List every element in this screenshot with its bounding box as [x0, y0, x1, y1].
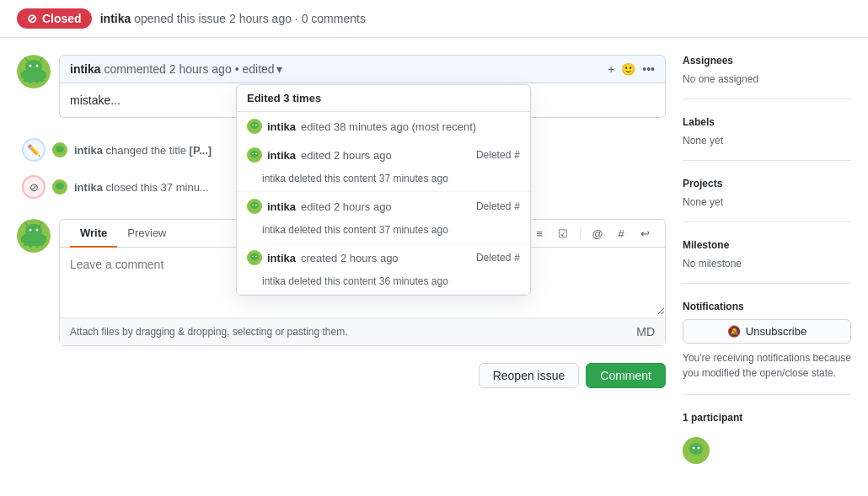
- svg-point-38: [29, 229, 32, 232]
- bell-mute-icon: 🔕: [727, 325, 741, 338]
- mini-avatar: [247, 250, 262, 265]
- svg-point-25: [252, 256, 254, 258]
- svg-point-21: [252, 205, 254, 206]
- svg-point-20: [250, 202, 259, 209]
- deleted-badge: Deleted #: [476, 149, 520, 161]
- svg-point-7: [29, 65, 32, 67]
- svg-point-43: [689, 443, 703, 455]
- svg-rect-3: [43, 72, 46, 78]
- svg-point-26: [255, 256, 257, 258]
- comment-button[interactable]: Comment: [586, 363, 666, 388]
- notifications-section: Notifications 🔕 Unsubscribe You're recei…: [683, 301, 851, 395]
- closed-icon: ⊘: [27, 12, 37, 25]
- svg-point-28: [56, 146, 64, 152]
- issue-meta: intika opened this issue 2 hours ago · 0…: [100, 12, 366, 25]
- action-buttons: Reopen issue Comment: [59, 363, 666, 388]
- svg-point-12: [250, 122, 259, 129]
- history-sub-4: intika deleted this content 36 minutes a…: [237, 272, 530, 295]
- toolbar-separator: [580, 227, 581, 240]
- svg-point-30: [56, 183, 64, 189]
- svg-point-22: [255, 205, 257, 206]
- list-button[interactable]: ≡: [529, 223, 549, 243]
- svg-rect-36: [35, 243, 39, 248]
- reference-button[interactable]: #: [611, 223, 631, 243]
- activity-text: intika changed the title [P...]: [74, 144, 212, 157]
- svg-point-13: [252, 125, 254, 126]
- milestone-section: Milestone No milestone: [683, 239, 851, 284]
- hash-icon: #: [514, 252, 520, 264]
- history-item-3: intika edited 2 hours ago Deleted #: [237, 192, 530, 221]
- reopen-button[interactable]: Reopen issue: [479, 363, 580, 388]
- assignees-section: Assignees No one assigned: [683, 55, 851, 99]
- comment-block: intika commented 2 hours ago • edited ▾ …: [17, 55, 666, 118]
- svg-rect-5: [35, 78, 39, 83]
- svg-point-8: [36, 65, 39, 67]
- activity-text: intika closed this 37 minu...: [74, 181, 209, 194]
- participant-avatar: [683, 437, 710, 464]
- history-sub-3: intika deleted this content 37 minutes a…: [237, 221, 530, 243]
- activity-avatar: [52, 142, 67, 157]
- history-item-1: intika edited 38 minutes ago (most recen…: [237, 112, 530, 141]
- comment-header-actions: + 🙂 •••: [608, 62, 655, 76]
- emoji-button[interactable]: 🙂: [621, 62, 635, 76]
- avatar: [17, 55, 51, 88]
- projects-section: Projects None yet: [683, 178, 851, 222]
- svg-point-39: [36, 229, 39, 232]
- svg-point-16: [250, 151, 259, 157]
- tab-write[interactable]: Write: [70, 220, 117, 248]
- history-item-4: intika created 2 hours ago Deleted #: [237, 243, 530, 272]
- svg-rect-33: [21, 236, 24, 243]
- participants-section: 1 participant: [683, 412, 851, 467]
- svg-point-44: [693, 447, 695, 450]
- edited-toggle[interactable]: • edited ▾: [235, 62, 282, 76]
- mini-avatar: [247, 119, 262, 134]
- status-badge: ⊘ Closed: [17, 8, 92, 29]
- svg-point-17: [252, 153, 254, 155]
- close-circle-icon: ⊘: [22, 175, 46, 199]
- hash-icon: #: [514, 200, 520, 212]
- tab-preview[interactable]: Preview: [117, 220, 176, 248]
- write-footer: Attach files by dragging & dropping, sel…: [60, 317, 665, 345]
- task-list-button[interactable]: ☑: [553, 223, 573, 243]
- svg-rect-35: [29, 243, 32, 248]
- mini-avatar: [247, 199, 262, 214]
- sidebar: Assignees No one assigned Labels None ye…: [683, 55, 851, 480]
- svg-point-24: [250, 253, 259, 260]
- mention-button[interactable]: @: [587, 223, 608, 243]
- history-item-2: intika edited 2 hours ago Deleted #: [237, 141, 530, 169]
- hash-icon: #: [514, 149, 520, 161]
- deleted-badge: Deleted #: [476, 252, 520, 264]
- reply-button[interactable]: ↩: [635, 223, 655, 243]
- dropdown-title: Edited 3 times: [237, 85, 530, 112]
- deleted-badge: Deleted #: [476, 200, 520, 212]
- unsubscribe-button[interactable]: 🔕 Unsubscribe: [683, 319, 851, 344]
- svg-point-18: [255, 153, 257, 155]
- svg-rect-4: [29, 78, 32, 83]
- mini-avatar: [247, 147, 262, 163]
- edit-history-dropdown: Edited 3 times intika edited 38 minutes …: [236, 84, 531, 296]
- svg-point-45: [698, 447, 700, 450]
- pencil-icon: ✏️: [22, 138, 46, 162]
- more-options-button[interactable]: •••: [642, 62, 655, 76]
- chevron-down-icon: ▾: [276, 62, 282, 76]
- write-avatar: [17, 219, 51, 253]
- add-reaction-button[interactable]: +: [608, 62, 614, 76]
- history-sub-2: intika deleted this content 37 minutes a…: [237, 169, 530, 192]
- markdown-icon: MD: [636, 325, 655, 339]
- labels-section: Labels None yet: [683, 116, 851, 161]
- activity-avatar: [52, 179, 67, 195]
- comment-header: intika commented 2 hours ago • edited ▾ …: [60, 56, 665, 83]
- svg-rect-34: [43, 236, 46, 243]
- comment-header-left: intika commented 2 hours ago • edited ▾: [70, 62, 282, 76]
- svg-point-14: [255, 125, 257, 126]
- svg-rect-2: [21, 72, 24, 78]
